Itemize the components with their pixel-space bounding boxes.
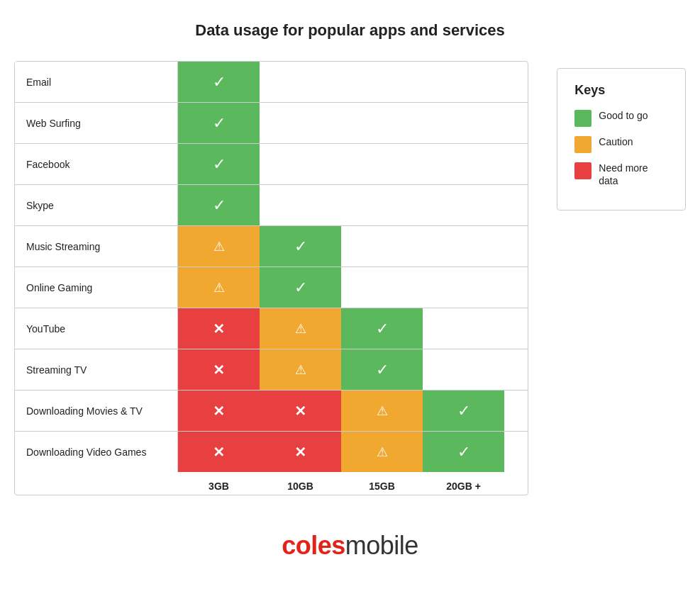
main-content: Email✓Web Surfing✓Facebook✓Skype✓Music S… [14,61,686,495]
table-cell [260,185,341,225]
data-cells: ✕⚠✓ [178,308,528,349]
cross-icon: ✕ [294,444,306,461]
table-cell: ✕ [178,349,260,390]
data-cells: ✓ [178,62,528,102]
check-icon: ✓ [376,320,389,338]
legend-item: Good to go [574,109,668,127]
warning-icon: ⚠ [295,362,306,378]
warning-icon: ⚠ [213,239,225,254]
row-label: Downloading Movies & TV [15,391,178,431]
table-cell: ⚠ [341,391,423,431]
check-icon: ✓ [457,443,470,461]
warning-icon: ⚠ [295,321,306,337]
column-label: 3GB [178,472,260,495]
table-row: Streaming TV✕⚠✓ [15,349,528,391]
legend-item-label: Caution [599,135,633,148]
check-icon: ✓ [213,114,226,133]
check-icon: ✓ [213,196,226,215]
cross-icon: ✕ [213,361,225,378]
brand-coles: coles [282,531,345,560]
table-cell [260,103,341,143]
table-cell: ✓ [178,144,260,184]
check-icon: ✓ [376,361,389,379]
table-cell: ✓ [178,103,260,143]
check-icon: ✓ [457,402,470,420]
data-cells: ✓ [178,144,528,184]
cross-icon: ✕ [294,403,306,420]
check-icon: ✓ [294,237,307,256]
table-cell: ✓ [178,62,260,102]
data-cells: ✓ [178,185,528,225]
legend-swatch [574,162,591,179]
row-label: Skype [15,185,178,225]
data-cells: ✕✕⚠✓ [178,432,528,472]
table-cell: ⚠ [178,226,260,266]
cross-icon: ✕ [213,320,225,337]
legend-swatch [574,136,591,153]
legend-item-label: Good to go [599,109,648,122]
table-row: Online Gaming⚠✓ [15,267,528,308]
table-cell [423,144,504,184]
row-label: YouTube [15,308,178,349]
warning-icon: ⚠ [213,280,225,296]
table-row: YouTube✕⚠✓ [15,308,528,349]
table-cell: ⚠ [260,349,341,390]
table-cell: ✕ [178,391,260,431]
brand-footer: colesmobile [282,531,418,561]
column-label: 15GB [341,472,423,495]
check-icon: ✓ [213,73,226,91]
table-row: Downloading Movies & TV✕✕⚠✓ [15,391,528,432]
row-label: Web Surfing [15,103,178,143]
row-label: Downloading Video Games [15,432,178,472]
table-cell: ✓ [260,267,341,308]
table-cell [341,267,423,308]
table-cell: ⚠ [260,308,341,349]
column-labels-row: 3GB10GB15GB20GB + [15,472,528,495]
table-cell [423,226,504,266]
warning-icon: ⚠ [377,444,388,460]
column-label: 10GB [260,472,341,495]
table-cell: ✓ [423,432,504,472]
table-row: Email✓ [15,62,528,103]
table-cell [341,226,423,266]
table-cell [341,103,423,143]
row-label: Music Streaming [15,226,178,266]
table-row: Facebook✓ [15,144,528,185]
legend-item: Caution [574,135,668,153]
table-cell: ✕ [178,308,260,349]
table-cell [423,349,504,390]
table-cell: ✕ [260,391,341,431]
cross-icon: ✕ [213,444,225,461]
table-cell [260,144,341,184]
table-cell [341,62,423,102]
table-cell: ✓ [423,391,504,431]
data-cells: ✕✕⚠✓ [178,391,528,431]
table-cell [341,185,423,225]
legend-item-label: Need more data [599,162,668,187]
page-title: Data usage for popular apps and services [195,21,504,40]
row-label: Streaming TV [15,349,178,390]
brand-mobile: mobile [345,531,418,560]
table-cell [423,308,504,349]
data-cells: ✕⚠✓ [178,349,528,390]
table-row: Music Streaming⚠✓ [15,226,528,267]
column-label: 20GB + [423,472,504,495]
cross-icon: ✕ [213,403,225,420]
table-cell [260,62,341,102]
table-cell: ⚠ [341,432,423,472]
check-icon: ✓ [294,279,307,297]
table-cell: ✓ [260,226,341,266]
table-cell: ⚠ [178,267,260,308]
row-label: Facebook [15,144,178,184]
warning-icon: ⚠ [377,403,388,419]
data-cells: ⚠✓ [178,267,528,308]
table-row: Skype✓ [15,185,528,226]
legend-swatch [574,110,591,127]
row-label: Email [15,62,178,102]
data-cells: ⚠✓ [178,226,528,266]
row-label: Online Gaming [15,267,178,308]
legend-item: Need more data [574,162,668,187]
table-cell: ✕ [178,432,260,472]
table-cell [423,185,504,225]
table-cell: ✓ [178,185,260,225]
